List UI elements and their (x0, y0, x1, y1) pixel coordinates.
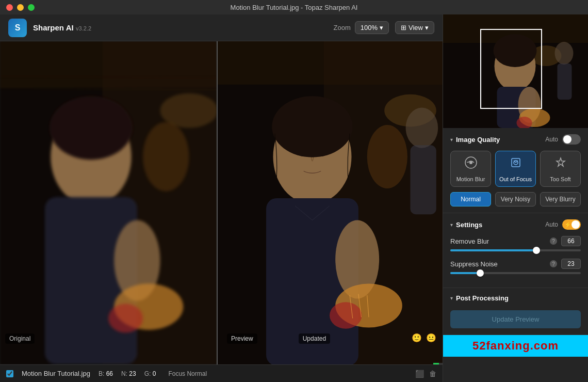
app-version: v3.2.2 (76, 25, 91, 31)
title-bar: Motion Blur Tutorial.jpg - Topaz Sharpen… (0, 0, 588, 14)
file-bar: Motion Blur Tutorial.jpg B: 66 N: 23 G: … (0, 364, 443, 382)
svg-point-40 (555, 42, 574, 65)
view-button[interactable]: ⊞ View ▾ (395, 21, 434, 34)
suppress-noise-thumb[interactable] (477, 269, 484, 277)
preview-photo-svg (217, 41, 443, 364)
settings-auto-toggle[interactable]: ⚡ (562, 219, 581, 230)
quality-type-buttons: Motion Blur Out of Focus Too Soft (450, 151, 581, 187)
toolbar: S Sharpen AI v3.2.2 Zoom 100% ▾ ⊞ View ▾ (0, 14, 443, 41)
image-quality-auto-toggle[interactable]: ⚡ (562, 134, 581, 145)
suppress-noise-header: Suppress Noise ? 23 (450, 259, 581, 269)
pane-labels: Preview Updated (227, 333, 330, 344)
file-name: Motion Blur Tutorial.jpg (22, 370, 90, 377)
svg-point-21 (272, 96, 353, 157)
remove-blur-label: Remove Blur (450, 237, 550, 245)
app-name: Sharpen AI (33, 23, 74, 32)
remove-blur-header: Remove Blur ? 66 (450, 236, 581, 246)
remove-blur-help-icon[interactable]: ? (550, 237, 557, 245)
thumbnail-area (443, 14, 588, 128)
file-icons: ⬛ 🗑 (415, 370, 436, 378)
settings-lightning-icon: ⚡ (564, 221, 571, 228)
zoom-value: 100% (361, 24, 378, 31)
svg-point-4 (143, 122, 189, 192)
image-area: Preview Updated 🙂 😐 Original (0, 41, 443, 364)
remove-blur-control: Remove Blur ? 66 (450, 236, 581, 251)
window-controls[interactable] (6, 4, 35, 11)
image-quality-auto-label: Auto (545, 136, 558, 143)
motion-blur-button[interactable]: Motion Blur (450, 151, 491, 187)
settings-header: ▾ Settings Auto ⚡ (450, 219, 581, 230)
svg-rect-41 (558, 63, 572, 100)
focus-info: Focus Normal (168, 370, 207, 377)
suppress-noise-label: Suppress Noise (450, 260, 550, 268)
zoom-label: Zoom (334, 24, 351, 31)
settings-chevron-icon[interactable]: ▾ (450, 222, 453, 228)
zoom-control: Zoom 100% ▾ (334, 21, 389, 34)
main-layout: S Sharpen AI v3.2.2 Zoom 100% ▾ ⊞ View ▾ (0, 14, 588, 382)
post-processing-section: ▾ Post Processing Update Preview (443, 288, 588, 335)
delete-icon[interactable]: 🗑 (429, 370, 436, 378)
thumbs-up-icon[interactable]: 🙂 (412, 333, 422, 343)
very-blurry-button[interactable]: Very Blurry (540, 192, 581, 206)
post-processing-chevron-icon[interactable]: ▾ (450, 295, 453, 301)
preview-pane: Preview Updated 🙂 😐 (217, 41, 443, 364)
image-quality-header: ▾ Image Quality Auto ⚡ (450, 134, 581, 145)
right-panel: ▾ Image Quality Auto ⚡ Motion Blur (443, 14, 588, 382)
window-title: Motion Blur Tutorial.jpg - Topaz Sharpen… (231, 4, 358, 11)
view-label: View (409, 24, 423, 31)
settings-auto-label: Auto (545, 221, 558, 228)
screen-icon[interactable]: ⬛ (415, 370, 424, 378)
noise-level-buttons: Normal Very Noisy Very Blurry (450, 192, 581, 206)
b-stat: B: 66 (99, 370, 113, 377)
updated-label: Updated (299, 333, 330, 344)
thumbs-down-icon[interactable]: 😐 (426, 333, 436, 343)
out-of-focus-button[interactable]: Out of Focus (495, 151, 536, 187)
thumbnail-selection-box[interactable] (480, 29, 542, 109)
remove-blur-value[interactable]: 66 (561, 236, 581, 246)
post-processing-title: Post Processing (456, 294, 581, 302)
update-preview-button[interactable]: Update Preview (450, 310, 581, 328)
preview-label: Preview (227, 333, 257, 344)
zoom-chevron-icon: ▾ (380, 24, 383, 31)
image-quality-title: Image Quality (456, 136, 545, 144)
svg-point-6 (50, 96, 133, 160)
image-quality-chevron-icon[interactable]: ▾ (450, 137, 453, 142)
original-pane (0, 41, 217, 364)
content-area: S Sharpen AI v3.2.2 Zoom 100% ▾ ⊞ View ▾ (0, 14, 443, 382)
svg-rect-30 (411, 145, 436, 214)
post-processing-header: ▾ Post Processing (450, 294, 581, 302)
too-soft-icon (553, 155, 568, 173)
very-noisy-button[interactable]: Very Noisy (495, 192, 536, 206)
original-label: Original (5, 333, 35, 344)
remove-blur-track[interactable] (450, 249, 581, 251)
out-of-focus-label: Out of Focus (499, 176, 532, 182)
watermark: 52fanxing.com (443, 335, 588, 357)
suppress-noise-value[interactable]: 23 (561, 259, 581, 269)
settings-section: ▾ Settings Auto ⚡ Remove Blur ? 66 (443, 213, 588, 288)
image-quality-section: ▾ Image Quality Auto ⚡ Motion Blur (443, 128, 588, 213)
zoom-dropdown[interactable]: 100% ▾ (355, 21, 389, 34)
svg-point-25 (330, 302, 362, 328)
pane-divider (217, 41, 218, 364)
remove-blur-thumb[interactable] (533, 247, 540, 254)
preview-image (217, 41, 443, 364)
suppress-noise-help-icon[interactable]: ? (550, 260, 557, 267)
n-stat: N: 23 (121, 370, 136, 377)
maximize-button[interactable] (28, 4, 35, 11)
svg-point-10 (108, 304, 143, 333)
file-checkbox[interactable] (6, 370, 13, 377)
original-image (0, 41, 217, 364)
view-grid-icon: ⊞ (401, 24, 406, 31)
too-soft-label: Too Soft (550, 176, 570, 182)
out-of-focus-icon (509, 155, 523, 173)
suppress-noise-track[interactable] (450, 272, 581, 274)
suppress-noise-fill (450, 272, 480, 274)
minimize-button[interactable] (17, 4, 24, 11)
remove-blur-fill (450, 249, 536, 251)
close-button[interactable] (6, 4, 13, 11)
g-stat: G: 0 (144, 370, 156, 377)
feedback-icons[interactable]: 🙂 😐 (412, 333, 436, 343)
app-name-group: Sharpen AI v3.2.2 (33, 23, 91, 33)
normal-button[interactable]: Normal (450, 192, 491, 206)
too-soft-button[interactable]: Too Soft (540, 151, 581, 187)
